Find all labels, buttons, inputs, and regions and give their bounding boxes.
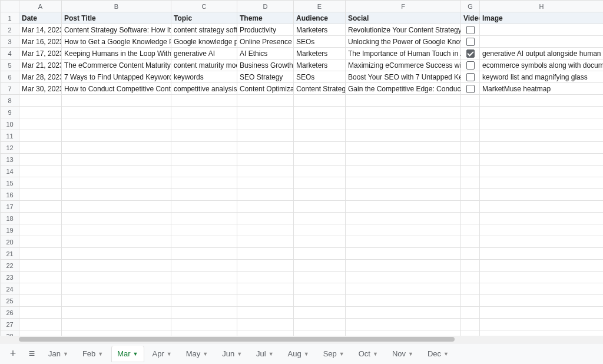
checkbox-icon[interactable]	[466, 38, 475, 46]
cell[interactable]	[237, 260, 294, 272]
cell[interactable]	[461, 272, 480, 283]
cell[interactable]: keyword list and magnifying glass	[480, 71, 604, 83]
cell[interactable]: Topic	[171, 12, 237, 24]
cell[interactable]	[237, 248, 294, 260]
cell[interactable]	[294, 130, 346, 142]
cell[interactable]	[461, 319, 480, 330]
cell[interactable]: keywords	[171, 71, 237, 83]
cell[interactable]	[294, 224, 346, 236]
cell[interactable]: Mar 21, 2023	[19, 59, 62, 71]
sheet-tab-nov[interactable]: Nov▼	[386, 346, 419, 362]
cell[interactable]	[237, 177, 294, 189]
row-header[interactable]: 21	[1, 248, 19, 260]
cell[interactable]: SEOs	[294, 36, 346, 48]
cell[interactable]	[62, 130, 171, 142]
cell[interactable]	[461, 154, 480, 166]
cell[interactable]	[294, 142, 346, 154]
col-header-E[interactable]: E	[294, 1, 346, 12]
cell[interactable]	[171, 248, 237, 260]
cell[interactable]	[294, 154, 346, 166]
cell[interactable]	[480, 107, 604, 118]
sheet-tab-may[interactable]: May▼	[180, 346, 214, 362]
checkbox-icon[interactable]	[466, 73, 475, 81]
scrollbar-thumb[interactable]	[19, 337, 455, 342]
row-header[interactable]: 18	[1, 213, 19, 224]
cell[interactable]: Mar 14, 2023	[19, 24, 62, 36]
row-header[interactable]: 8	[1, 95, 19, 107]
cell[interactable]	[237, 189, 294, 201]
cell[interactable]	[480, 189, 604, 201]
cell[interactable]	[294, 213, 346, 224]
cell[interactable]	[171, 330, 237, 336]
row-header[interactable]: 4	[1, 48, 19, 59]
cell[interactable]	[461, 236, 480, 248]
cell[interactable]: generative AI output alongside human fac…	[480, 48, 604, 59]
cell[interactable]	[346, 107, 461, 118]
cell[interactable]	[19, 189, 62, 201]
cell[interactable]	[346, 130, 461, 142]
cell[interactable]	[62, 118, 171, 130]
cell[interactable]	[62, 272, 171, 283]
cell[interactable]: Image	[480, 12, 604, 24]
cell[interactable]	[461, 189, 480, 201]
cell[interactable]	[62, 260, 171, 272]
row-header[interactable]: 3	[1, 36, 19, 48]
cell[interactable]	[237, 295, 294, 307]
row-header[interactable]: 1	[1, 12, 19, 24]
cell[interactable]: ecommerce symbols along with document ic…	[480, 59, 604, 71]
cell[interactable]	[294, 283, 346, 295]
cell[interactable]	[346, 189, 461, 201]
cell[interactable]	[480, 36, 604, 48]
cell[interactable]	[237, 307, 294, 319]
cell[interactable]: Social	[346, 12, 461, 24]
cell[interactable]: content strategy software	[171, 24, 237, 36]
cell[interactable]	[346, 307, 461, 319]
row-header[interactable]: 10	[1, 118, 19, 130]
cell[interactable]: Post Title	[62, 12, 171, 24]
cell[interactable]	[237, 154, 294, 166]
cell[interactable]	[19, 95, 62, 107]
cell[interactable]	[62, 154, 171, 166]
cell[interactable]	[480, 319, 604, 330]
cell[interactable]	[346, 272, 461, 283]
cell[interactable]	[461, 260, 480, 272]
cell[interactable]	[346, 154, 461, 166]
cell[interactable]	[19, 248, 62, 260]
cell[interactable]	[461, 330, 480, 336]
grid-area[interactable]: A B C D E F G H 1 Date Post Title Topic …	[0, 0, 603, 336]
cell[interactable]: Boost Your SEO with 7 Untapped Keyword	[346, 71, 461, 83]
checkbox-icon[interactable]	[466, 49, 475, 58]
cell[interactable]	[171, 154, 237, 166]
cell[interactable]	[237, 166, 294, 177]
cell[interactable]	[461, 95, 480, 107]
cell[interactable]	[346, 260, 461, 272]
row-header[interactable]: 26	[1, 307, 19, 319]
cell[interactable]	[480, 95, 604, 107]
cell[interactable]	[480, 272, 604, 283]
row-header[interactable]: 5	[1, 59, 19, 71]
cell[interactable]	[19, 166, 62, 177]
cell[interactable]	[19, 213, 62, 224]
cell[interactable]: competitive analysis	[171, 83, 237, 95]
row-header[interactable]: 13	[1, 154, 19, 166]
cell[interactable]	[171, 189, 237, 201]
cell[interactable]: Marketers	[294, 59, 346, 71]
cell[interactable]	[171, 272, 237, 283]
sheet-tab-jun[interactable]: Jun▼	[216, 346, 248, 362]
sheet-tab-mar[interactable]: Mar▼	[111, 346, 144, 362]
cell[interactable]	[461, 307, 480, 319]
row-header[interactable]: 28	[1, 330, 19, 336]
cell[interactable]	[480, 24, 604, 36]
horizontal-scrollbar[interactable]	[0, 336, 603, 343]
cell[interactable]	[461, 295, 480, 307]
sheet-tab-oct[interactable]: Oct▼	[353, 346, 384, 362]
cell[interactable]	[171, 142, 237, 154]
cell[interactable]	[461, 59, 480, 71]
cell[interactable]	[237, 283, 294, 295]
cell[interactable]	[346, 95, 461, 107]
cell[interactable]	[346, 118, 461, 130]
row-header[interactable]: 19	[1, 224, 19, 236]
cell[interactable]	[461, 213, 480, 224]
cell[interactable]: The eCommerce Content Maturity Model	[62, 59, 171, 71]
cell[interactable]	[19, 283, 62, 295]
